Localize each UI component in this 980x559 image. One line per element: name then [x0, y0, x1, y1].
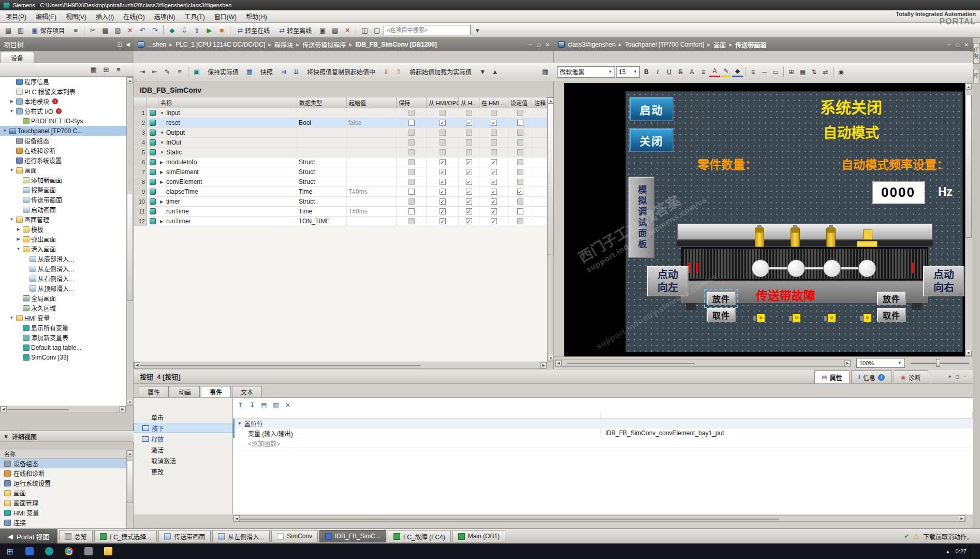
show-desktop-button[interactable] — [973, 543, 975, 559]
cross-reference-icon[interactable]: ✕ — [342, 24, 353, 36]
italic-button[interactable]: I — [652, 66, 663, 77]
tray-chevron-icon[interactable]: ▴ — [946, 548, 949, 555]
breadcrumb-item[interactable]: 程序块 — [274, 40, 293, 49]
collapse-functions-icon[interactable]: ▥ — [271, 400, 281, 410]
load-start-values-icon[interactable]: ⇓ — [381, 66, 392, 78]
copy-snapshot-to-start-button[interactable]: 将快照值复制到起始值中 — [303, 66, 379, 78]
db-row[interactable]: 3▼Output — [134, 128, 547, 138]
tree-item[interactable]: Default tag table... — [0, 342, 126, 352]
event-item[interactable]: 激活 — [134, 445, 232, 455]
edge-tab-0[interactable]: 任务 — [973, 43, 980, 64]
tree-item[interactable]: 从左侧滑入... — [0, 264, 126, 274]
scroll-arrow-icon[interactable]: ▲ — [127, 450, 133, 456]
scroll-arrow-icon[interactable]: ◀ — [233, 515, 240, 522]
taskbar-app-icon-1[interactable] — [20, 543, 39, 559]
scroll-thumb[interactable] — [127, 461, 133, 503]
split-editor-vertical-icon[interactable]: ▢ — [371, 24, 383, 36]
font-size-select[interactable]: 15 ▼ — [616, 66, 640, 78]
tree-item[interactable]: ▶本地模块! — [0, 96, 126, 106]
expand-functions-icon[interactable]: ▤ — [259, 400, 269, 410]
checkbox-checked[interactable] — [491, 218, 497, 224]
scroll-thumb[interactable] — [240, 519, 779, 520]
taskbar-app-icon-5[interactable] — [98, 543, 118, 559]
tree-item[interactable]: PLC 报警文本列表 — [0, 87, 126, 96]
tree-item[interactable]: ▼Touchpanel [TP700 C... — [0, 126, 126, 136]
db-row[interactable]: 10▶timerStruct — [134, 197, 547, 207]
menu-item-8[interactable]: 帮助(H) — [241, 10, 272, 23]
collapse-inspector-icon[interactable]: ▾ — [949, 374, 952, 379]
edge-tab-1[interactable]: 库 — [973, 69, 980, 83]
checkbox-checked[interactable] — [491, 189, 497, 195]
expander-icon[interactable]: ▶ — [9, 99, 14, 104]
split-editor-horizontal-icon[interactable]: ◫ — [359, 24, 370, 36]
tree-columns-icon[interactable]: ▦ — [88, 64, 99, 76]
menu-item-2[interactable]: 视图(V) — [61, 10, 91, 23]
move-function-up-icon[interactable]: ↥ — [235, 400, 245, 410]
breadcrumb-item[interactable]: 传送带模拟程序 — [302, 40, 346, 49]
zoom-tool-button[interactable]: ◉ — [836, 66, 846, 77]
checkbox-checked[interactable] — [440, 169, 446, 175]
tree-vertical-scrollbar[interactable]: ▲▼ — [126, 77, 134, 406]
snapshot-button[interactable]: 快照 — [256, 66, 277, 78]
underline-button[interactable]: U — [664, 66, 675, 77]
db-vertical-scrollbar[interactable]: ▲▼ — [547, 97, 554, 362]
go-online-button[interactable]: ⇄转至在线 — [233, 24, 274, 36]
tab-动画[interactable]: 动画 — [170, 386, 200, 397]
editor-task-button[interactable]: 传送带画面 — [158, 530, 211, 542]
arrange-button[interactable]: ⇅ — [809, 66, 820, 77]
expander-icon[interactable]: ▶ — [16, 227, 21, 232]
auto-collapse-icon[interactable]: ◫ — [118, 41, 122, 47]
tree-item[interactable]: 全局画面 — [0, 293, 126, 303]
save-project-button[interactable]: ▣保存项目 — [27, 24, 69, 36]
tab-devices[interactable]: 设备 — [0, 52, 34, 63]
tree-item[interactable]: ▶弹出画面 — [0, 234, 126, 244]
sim-debug-panel-button[interactable]: 模拟调试面板 — [628, 177, 654, 258]
checkbox-checked[interactable] — [440, 189, 446, 195]
checkbox-checked[interactable] — [491, 198, 497, 205]
close-inspector-icon[interactable]: ─ — [963, 374, 967, 379]
db-row[interactable]: 6▶moduleInfoStruct — [134, 157, 547, 167]
expander-icon[interactable]: ▼ — [160, 150, 166, 155]
db-row[interactable]: 1▼Input — [134, 108, 547, 118]
expander-icon[interactable]: ▶ — [160, 180, 166, 184]
scroll-thumb[interactable] — [966, 95, 972, 238]
layout-button[interactable]: ▦ — [797, 66, 808, 77]
checkbox-checked[interactable] — [466, 120, 472, 126]
delete-icon[interactable]: ✕ — [124, 24, 136, 36]
expander-icon[interactable]: ▶ — [16, 237, 21, 241]
scroll-track[interactable] — [966, 90, 972, 350]
scroll-track[interactable] — [548, 104, 553, 355]
taskbar-app-icon-2[interactable] — [39, 543, 59, 559]
zoom-slider[interactable] — [911, 359, 969, 367]
expander-icon[interactable]: ▼ — [160, 131, 166, 135]
scroll-arrow-icon[interactable]: ◀ — [1, 406, 7, 412]
download-to-device-icon[interactable]: ⇩ — [179, 24, 190, 36]
hmi-horizontal-scrollbar[interactable]: ◀▶ — [555, 360, 851, 367]
checkbox-checked[interactable] — [440, 179, 446, 185]
detail-view-item[interactable]: 画面 — [0, 488, 126, 498]
breadcrumb-item[interactable]: 传送带画面 — [735, 40, 766, 49]
tree-item[interactable]: 运行系统设置 — [0, 155, 126, 165]
clock[interactable]: 0:27 — [956, 548, 967, 554]
redo-icon[interactable]: ↷ — [149, 24, 160, 36]
take-part-button-left[interactable]: 取件 — [707, 308, 736, 322]
inspector-tab-属性[interactable]: ▤属性 — [814, 370, 849, 383]
accessible-devices-icon[interactable]: ▣ — [317, 24, 328, 36]
editor-task-button[interactable]: IDB_FB_SimC... — [319, 530, 386, 542]
menu-item-7[interactable]: 窗口(W) — [210, 10, 241, 23]
put-part-button-left[interactable]: 放件 — [707, 292, 736, 305]
checkbox[interactable] — [517, 208, 523, 214]
jog-left-button[interactable]: 点动向左 — [647, 266, 689, 296]
taskbar-app-icon-4[interactable] — [79, 543, 98, 559]
breadcrumb-item[interactable]: Touchpanel [TP700 Comfort] — [625, 41, 704, 48]
detail-view-item[interactable]: HMI 变量 — [0, 508, 126, 518]
checkbox-checked[interactable] — [466, 179, 472, 185]
checkbox-checked[interactable] — [491, 179, 497, 185]
db-horizontal-scrollbar[interactable]: ◀▶ — [134, 362, 547, 369]
db-column-header[interactable]: 名称 — [158, 97, 297, 108]
scroll-arrow-icon[interactable]: ▶ — [844, 360, 851, 366]
db-column-header[interactable]: 设定值 — [508, 97, 532, 108]
maximize-editor-icon[interactable]: ◻ — [536, 42, 540, 48]
portal-view-button[interactable]: ◀ Portal 视图 — [0, 529, 57, 544]
scroll-arrow-icon[interactable]: ◀ — [134, 362, 140, 368]
